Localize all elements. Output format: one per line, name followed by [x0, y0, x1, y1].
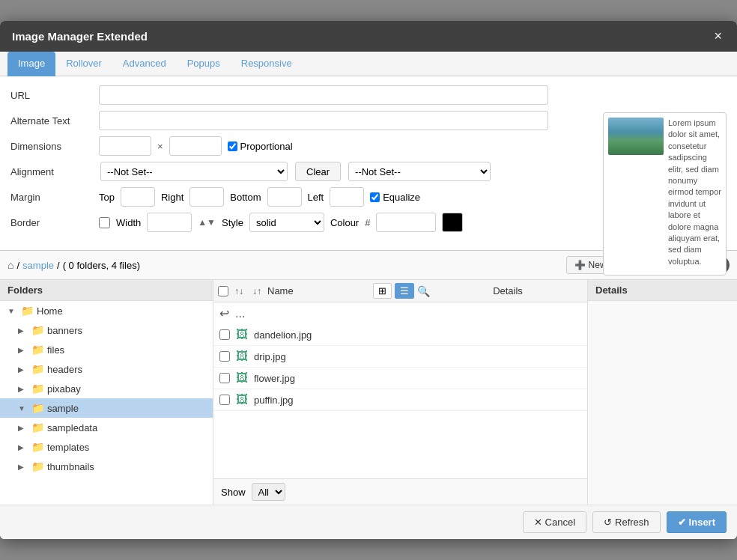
- folder-item-home[interactable]: ▼ 📁 Home: [0, 301, 213, 320]
- tab-rollover[interactable]: Rollover: [55, 52, 112, 76]
- border-width-spinner[interactable]: ▲▼: [198, 217, 216, 228]
- grid-view-button[interactable]: ⊞: [373, 283, 392, 299]
- breadcrumb: ⌂ / sample / ( 0 folders, 4 files): [7, 259, 140, 271]
- border-width-label: Width: [116, 217, 141, 228]
- margin-right-input[interactable]: [189, 187, 224, 207]
- insert-button[interactable]: ✔ Insert: [667, 511, 727, 533]
- url-input[interactable]: [99, 85, 548, 105]
- expander-sample: ▼: [18, 404, 28, 413]
- alt-text-input[interactable]: [99, 111, 548, 130]
- file-checkbox-drip[interactable]: [219, 351, 230, 362]
- close-button[interactable]: ×: [711, 28, 725, 44]
- expander-thumbnails: ▶: [18, 463, 28, 471]
- cancel-icon: ✕: [534, 517, 542, 528]
- file-icon-puffin: 🖼: [236, 393, 248, 407]
- margin-right-label: Right: [161, 192, 184, 203]
- file-checkbox-puffin[interactable]: [219, 395, 230, 405]
- details-col-header: Details: [433, 285, 583, 296]
- equalize-checkbox[interactable]: [370, 192, 380, 202]
- proportional-checkbox-label: Proportional: [228, 141, 293, 152]
- tab-image[interactable]: Image: [7, 52, 55, 76]
- file-icon-drip: 🖼: [236, 350, 248, 363]
- folder-item-files[interactable]: ▶ 📁 files: [0, 340, 213, 359]
- file-row-puffin[interactable]: 🖼 puffin.jpg: [213, 389, 587, 411]
- name-col-header: Name: [267, 285, 370, 296]
- border-checkbox[interactable]: [99, 217, 110, 228]
- sort-za-button[interactable]: ↓↑: [249, 284, 264, 298]
- margin-left-label: Left: [308, 192, 324, 203]
- file-row-flower[interactable]: 🖼 flower.jpg: [213, 368, 587, 389]
- folder-icon-pixabay: 📁: [31, 383, 44, 395]
- dialog-header: Image Manager Extended ×: [0, 21, 737, 52]
- file-checkbox-flower[interactable]: [219, 373, 230, 383]
- folder-item-sampledata[interactable]: ▶ 📁 sampledata: [0, 418, 213, 437]
- search-button[interactable]: 🔍: [417, 285, 430, 297]
- breadcrumb-folder[interactable]: sample: [22, 260, 54, 271]
- width-input[interactable]: [99, 136, 151, 156]
- file-checkbox-dandelion[interactable]: [219, 329, 230, 340]
- file-name-flower: flower.jpg: [254, 373, 295, 384]
- folder-icon-templates: 📁: [31, 441, 44, 453]
- back-dots: ...: [235, 307, 245, 320]
- color-hash: #: [365, 217, 370, 228]
- select-all-checkbox[interactable]: [218, 286, 228, 296]
- files-panel: ↑↓ ↓↑ Name ⊞ ☰ 🔍 Details ↩ ...: [213, 280, 587, 505]
- dimensions-label: Dimensions: [10, 141, 93, 152]
- folder-item-thumbnails[interactable]: ▶ 📁 thumbnails: [0, 457, 213, 476]
- tab-popups[interactable]: Popups: [177, 52, 231, 76]
- file-row-drip[interactable]: 🖼 drip.jpg: [213, 346, 587, 368]
- tab-bar: Image Rollover Advanced Popups Responsiv…: [0, 52, 737, 76]
- margin-top-input[interactable]: [121, 187, 155, 207]
- folder-item-templates[interactable]: ▶ 📁 templates: [0, 437, 213, 457]
- back-row[interactable]: ↩ ...: [213, 302, 587, 324]
- image-manager-dialog: Image Manager Extended × Image Rollover …: [0, 21, 737, 539]
- details-panel: Details: [587, 280, 737, 505]
- expander-pixabay: ▶: [18, 385, 28, 393]
- tab-responsive[interactable]: Responsive: [231, 52, 303, 76]
- margin-bottom-input[interactable]: [267, 187, 302, 207]
- cancel-button[interactable]: ✕ Cancel: [523, 511, 586, 533]
- dialog-footer: ✕ Cancel ↺ Refresh ✔ Insert: [0, 505, 737, 539]
- tab-advanced[interactable]: Advanced: [112, 52, 177, 76]
- margin-left-input[interactable]: [330, 187, 364, 207]
- preview-area: Lorem ipsum dolor sit amet, consetetur s…: [603, 112, 727, 276]
- border-width-input[interactable]: 1: [147, 213, 192, 232]
- breadcrumb-sep2: /: [57, 260, 60, 271]
- fm-content: Folders ▼ 📁 Home ▶ 📁 banners ▶ 📁: [0, 280, 737, 505]
- url-row: URL: [10, 85, 727, 105]
- back-icon: ↩: [219, 306, 229, 320]
- expander-headers: ▶: [18, 365, 28, 374]
- list-view-button[interactable]: ☰: [395, 283, 414, 299]
- folder-icon-headers: 📁: [31, 363, 44, 375]
- refresh-button[interactable]: ↺ Refresh: [592, 511, 661, 533]
- alignment-second-select[interactable]: --Not Set--: [348, 162, 491, 181]
- url-label: URL: [10, 90, 93, 101]
- height-input[interactable]: [169, 136, 222, 156]
- alignment-select[interactable]: --Not Set--: [100, 162, 288, 181]
- folder-item-headers[interactable]: ▶ 📁 headers: [0, 359, 213, 379]
- proportional-checkbox[interactable]: [228, 141, 237, 151]
- folders-panel: Folders ▼ 📁 Home ▶ 📁 banners ▶ 📁: [0, 280, 213, 505]
- margin-top-label: Top: [99, 192, 115, 203]
- home-icon[interactable]: ⌂: [7, 259, 13, 271]
- border-colour-label: Colour: [330, 217, 359, 228]
- files-list: ↩ ... 🖼 dandelion.jpg 🖼 drip.jpg: [213, 302, 587, 478]
- folder-item-pixabay[interactable]: ▶ 📁 pixabay: [0, 379, 213, 398]
- border-color-input[interactable]: 000000: [376, 213, 436, 232]
- margin-bottom-label: Bottom: [230, 192, 261, 203]
- file-row-dandelion[interactable]: 🖼 dandelion.jpg: [213, 324, 587, 346]
- show-select[interactable]: All: [252, 483, 285, 501]
- file-icon-dandelion: 🖼: [236, 328, 248, 341]
- files-footer: Show All: [213, 478, 587, 505]
- border-style-label: Style: [222, 217, 243, 228]
- folder-icon-banners: 📁: [31, 324, 44, 336]
- insert-icon: ✔: [678, 517, 686, 528]
- clear-button[interactable]: Clear: [295, 162, 341, 181]
- alignment-label: Alignment: [10, 166, 93, 177]
- color-swatch[interactable]: [442, 213, 463, 232]
- border-style-select[interactable]: solid dashed dotted: [249, 213, 324, 232]
- folder-item-sample[interactable]: ▼ 📁 sample: [0, 398, 213, 418]
- expander-files: ▶: [18, 346, 28, 354]
- folder-item-banners[interactable]: ▶ 📁 banners: [0, 320, 213, 340]
- sort-az-button[interactable]: ↑↓: [231, 284, 246, 298]
